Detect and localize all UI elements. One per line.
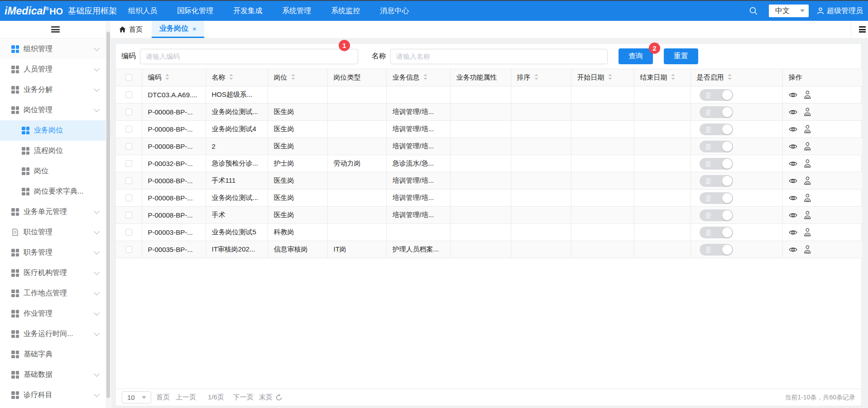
page-size-value: 10 (127, 394, 135, 401)
sidebar-item[interactable]: 工作地点管理 (0, 283, 111, 304)
enabled-toggle[interactable]: 是 (700, 158, 733, 170)
sidebar-item[interactable]: 组织管理 (0, 39, 111, 59)
top-nav-item-5[interactable]: 系统监控 (331, 6, 360, 16)
view-icon[interactable] (789, 143, 797, 150)
view-icon[interactable] (789, 160, 797, 167)
sidebar-collapse-icon[interactable] (51, 25, 60, 33)
row-checkbox[interactable] (125, 229, 132, 236)
sidebar-item[interactable]: 业务运行时间... (0, 324, 111, 344)
page-size-select[interactable]: 10 (122, 391, 151, 403)
enabled-toggle[interactable]: 是 (700, 244, 733, 256)
sidebar-item[interactable]: 基础数据 (0, 365, 111, 385)
top-nav-item-4[interactable]: 系统管理 (282, 6, 311, 16)
enabled-toggle[interactable]: 是 (700, 209, 733, 221)
search-button[interactable]: 查询 (619, 48, 653, 64)
sidebar-item[interactable]: 岗位要求字典... (0, 181, 111, 202)
column-header[interactable]: 岗位 (268, 69, 327, 86)
row-checkbox[interactable] (125, 91, 132, 98)
refresh-icon[interactable] (275, 394, 283, 401)
enabled-toggle[interactable]: 是 (700, 123, 733, 135)
name-input[interactable] (390, 49, 608, 64)
page-last[interactable]: 末页 (259, 393, 273, 402)
enabled-toggle[interactable]: 是 (700, 175, 733, 187)
sidebar-item[interactable]: 人员管理 (0, 59, 111, 80)
assign-user-icon[interactable] (803, 211, 811, 219)
sidebar-item[interactable]: 岗位 (0, 161, 111, 181)
grid-icon (11, 289, 19, 297)
cell-enabled: 是 (691, 138, 782, 155)
page-first[interactable]: 首页 (156, 393, 170, 402)
row-checkbox[interactable] (125, 160, 132, 167)
row-checkbox[interactable] (125, 109, 132, 115)
enabled-toggle[interactable]: 是 (700, 192, 733, 204)
sidebar-item[interactable]: 岗位管理 (0, 100, 111, 120)
column-header[interactable]: 名称 (206, 69, 268, 86)
view-icon[interactable] (789, 246, 797, 253)
enabled-toggle[interactable]: 是 (700, 141, 733, 152)
row-checkbox[interactable] (125, 195, 132, 201)
row-checkbox[interactable] (125, 143, 132, 150)
sidebar-item[interactable]: 业务岗位 (0, 120, 111, 141)
view-icon[interactable] (789, 109, 797, 116)
assign-user-icon[interactable] (803, 108, 811, 116)
view-icon[interactable] (789, 91, 797, 99)
view-icon[interactable] (789, 195, 797, 202)
reset-button[interactable]: 重置 (664, 48, 698, 64)
cell-name: 业务岗位测试... (206, 190, 268, 207)
column-header[interactable]: 结束日期 (634, 69, 691, 86)
tab-menu-button[interactable] (851, 21, 868, 38)
view-icon[interactable] (789, 212, 797, 219)
assign-user-icon[interactable] (803, 176, 811, 185)
column-header[interactable]: 业务信息 (386, 69, 450, 86)
row-checkbox[interactable] (125, 177, 132, 184)
search-icon[interactable] (749, 6, 758, 15)
column-header[interactable]: 是否启用 (691, 69, 782, 86)
sidebar-item[interactable]: 诊疗科目 (0, 385, 111, 405)
enabled-toggle[interactable]: 是 (700, 227, 733, 238)
sidebar-scrollbar[interactable] (106, 21, 110, 408)
tab-home[interactable]: 首页 (111, 21, 152, 38)
row-checkbox[interactable] (125, 126, 132, 133)
column-header[interactable]: 编码 (142, 69, 206, 86)
assign-user-icon[interactable] (803, 125, 811, 133)
tab-business-post[interactable]: 业务岗位 × (152, 21, 204, 38)
select-all-checkbox[interactable] (125, 74, 132, 81)
assign-user-icon[interactable] (803, 228, 811, 237)
sidebar-item[interactable]: 基础字典 (0, 344, 111, 365)
sidebar-item[interactable]: 业务单元管理 (0, 202, 111, 222)
sidebar-item[interactable]: 医疗机构管理 (0, 263, 111, 283)
top-nav-item-2[interactable]: 国际化管理 (177, 6, 213, 16)
top-nav-item-6[interactable]: 消息中心 (380, 6, 409, 16)
code-input[interactable] (140, 49, 358, 64)
enabled-toggle[interactable]: 是 (700, 106, 733, 118)
assign-user-icon[interactable] (803, 142, 811, 151)
view-icon[interactable] (789, 177, 797, 185)
language-select[interactable]: 中文 (769, 5, 809, 17)
assign-user-icon[interactable] (803, 159, 811, 168)
sidebar-item[interactable]: 流程岗位 (0, 141, 111, 161)
assign-user-icon[interactable] (803, 245, 811, 254)
row-checkbox[interactable] (125, 212, 132, 218)
sidebar-item[interactable]: 业务分解 (0, 80, 111, 100)
page-prev[interactable]: 上一页 (176, 393, 196, 402)
table-header: 编码名称岗位岗位类型业务信息业务功能属性排序开始日期结束日期是否启用操作 (116, 69, 862, 86)
sidebar-item[interactable]: 职务管理 (0, 242, 111, 263)
user-menu[interactable]: 超级管理员 (816, 6, 863, 16)
row-checkbox[interactable] (125, 246, 132, 253)
view-icon[interactable] (789, 126, 797, 133)
column-header: 业务功能属性 (450, 69, 511, 86)
sidebar-item[interactable]: 职位管理 (0, 222, 111, 242)
column-header[interactable]: 排序 (511, 69, 571, 86)
assign-user-icon[interactable] (803, 194, 811, 202)
view-icon[interactable] (789, 229, 797, 236)
close-icon[interactable]: × (192, 25, 197, 33)
top-nav-item-3[interactable]: 开发集成 (233, 6, 262, 16)
page-next[interactable]: 下一页 (233, 393, 254, 402)
cell-actions (782, 104, 862, 121)
column-header[interactable]: 开始日期 (571, 69, 634, 86)
enabled-toggle[interactable]: 是 (700, 89, 733, 101)
cell-end-date (634, 155, 691, 172)
top-nav-item-1[interactable]: 组织人员 (128, 6, 157, 16)
sidebar-item[interactable]: 作业管理 (0, 304, 111, 324)
assign-user-icon[interactable] (803, 90, 811, 99)
